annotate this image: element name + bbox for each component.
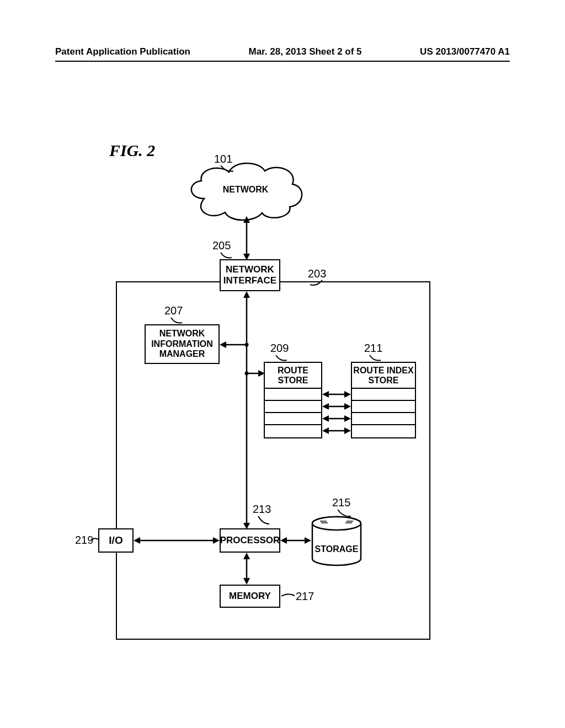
svg-marker-32: [305, 537, 311, 544]
ref-215: 215: [332, 496, 350, 509]
memory-box: MEMORY: [220, 585, 280, 608]
route-index-store-row: [352, 413, 415, 425]
svg-marker-14: [344, 391, 351, 398]
ref-209: 209: [270, 342, 289, 355]
io-label: I/O: [109, 534, 122, 547]
svg-marker-19: [322, 415, 329, 422]
processor-label: PROCESSOR: [220, 535, 280, 546]
ref-211: 211: [364, 342, 382, 355]
network-info-manager-box: NETWORK INFORMATION MANAGER: [145, 324, 220, 364]
route-index-store: ROUTE INDEX STORE: [351, 362, 416, 438]
ref-205: 205: [212, 239, 231, 252]
ref-217: 217: [296, 590, 314, 603]
svg-marker-34: [134, 537, 140, 544]
network-interface-box: NETWORK INTERFACE: [220, 259, 280, 291]
svg-marker-11: [258, 370, 265, 377]
route-index-store-row: [352, 389, 415, 401]
leader-101: [220, 164, 236, 175]
arrow-nim-bus: [220, 340, 248, 350]
diagram: NETWORK 101 205 203 NETWORK INTERFACE: [0, 0, 565, 728]
svg-marker-22: [322, 427, 329, 434]
ref-101: 101: [214, 153, 232, 165]
svg-marker-23: [344, 427, 351, 434]
route-store-row: [265, 389, 321, 401]
route-store-row: [265, 413, 321, 425]
svg-marker-13: [322, 391, 329, 398]
route-index-store-row: [352, 425, 415, 437]
svg-marker-7: [220, 341, 226, 348]
svg-marker-17: [344, 403, 351, 410]
leader-203: [309, 279, 326, 289]
leader-213: [257, 515, 273, 527]
ref-207: 207: [164, 304, 183, 317]
route-index-store-row: [352, 401, 415, 413]
storage-label: STORAGE: [310, 544, 363, 554]
ref-203: 203: [308, 267, 326, 280]
storage-cylinder: STORAGE: [310, 516, 363, 566]
arrow-proc-storage: [280, 536, 311, 545]
arrow-proc-mem: [241, 553, 252, 585]
nim-l1: NETWORK: [159, 329, 205, 339]
svg-marker-38: [243, 578, 250, 585]
route-l1: ROUTE: [278, 366, 308, 375]
ridx-l1: ROUTE INDEX: [353, 366, 413, 375]
svg-marker-20: [344, 415, 351, 422]
memory-label: MEMORY: [229, 591, 271, 602]
ridx-l2: STORE: [369, 376, 399, 385]
route-store-row: [265, 425, 321, 437]
route-store-row: [265, 401, 321, 413]
svg-point-10: [245, 372, 249, 376]
svg-marker-37: [243, 553, 250, 559]
route-store: ROUTE STORE: [264, 362, 322, 438]
nim-l3: MANAGER: [159, 349, 205, 359]
svg-point-25: [312, 517, 361, 530]
netif-l2: INTERFACE: [223, 275, 276, 286]
arrow-cloud-netif: [241, 216, 252, 260]
network-cloud-label: NETWORK: [182, 185, 309, 195]
netif-l1: NETWORK: [226, 264, 274, 275]
svg-marker-16: [322, 403, 329, 410]
route-l2: STORE: [278, 376, 308, 385]
arrow-store-idx-4: [322, 426, 351, 436]
svg-marker-4: [243, 291, 250, 298]
svg-marker-1: [243, 216, 250, 223]
arrow-store-idx-3: [322, 414, 351, 424]
bus-vertical: [241, 291, 252, 529]
leader-217: [281, 592, 296, 600]
processor-box: PROCESSOR: [220, 528, 280, 553]
leader-219: [91, 536, 100, 544]
arrow-store-idx-1: [322, 389, 351, 399]
svg-marker-35: [213, 537, 220, 544]
svg-point-8: [245, 343, 249, 347]
arrow-store-idx-2: [322, 402, 351, 411]
svg-marker-31: [280, 537, 287, 544]
ref-213: 213: [253, 503, 271, 516]
arrow-bus-routestore: [245, 368, 265, 378]
nim-l2: INFORMATION: [151, 339, 213, 349]
io-box: I/O: [98, 528, 134, 553]
arrow-io-proc: [134, 536, 220, 545]
